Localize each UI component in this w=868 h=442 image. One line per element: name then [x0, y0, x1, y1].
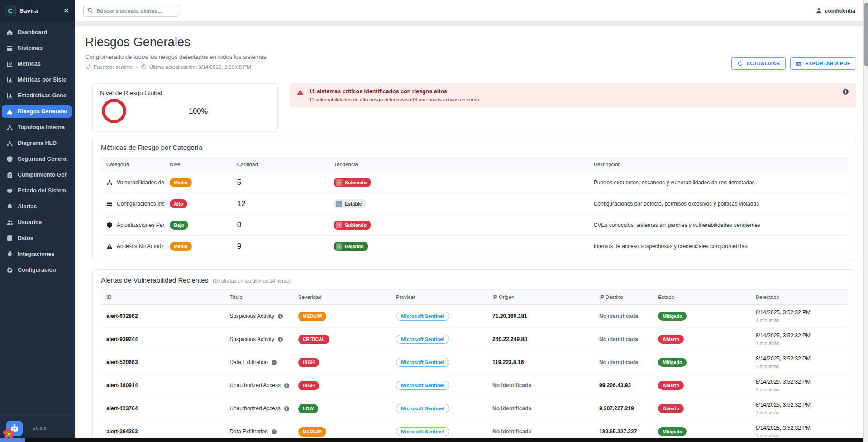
bell-icon	[6, 203, 13, 210]
detected-time: 8/14/2025, 3:52:32 PM	[756, 309, 842, 316]
sidebar-item[interactable]: Métricas	[2, 58, 72, 70]
sidebar-item-label: Configuración	[18, 267, 56, 273]
severity-badge: MEDIUM	[298, 427, 326, 437]
detected-ago: 1 min atrás	[756, 387, 842, 392]
alert-info-icon[interactable]	[271, 360, 277, 365]
page-meta: Fuentes: sentinel • Última actualización…	[85, 64, 266, 70]
user-icon	[816, 7, 822, 14]
alert-title: Unauthorized Access	[229, 405, 281, 412]
alert-id: alert-364303	[106, 428, 138, 435]
sidebar-item-label: Alertas	[18, 203, 37, 210]
horizontal-scrollbar[interactable]	[0, 438, 863, 442]
alerts-header-row: ID Título Severidad Provider IP Origen I…	[101, 290, 848, 305]
sidebar-item-label: Seguridad General	[18, 156, 67, 162]
horizontal-scrollbar-thumb[interactable]	[0, 438, 25, 442]
refresh-icon	[737, 61, 743, 67]
sidebar-item-label: Estado del Sistema	[18, 187, 67, 194]
database-icon	[6, 235, 13, 242]
column-header: Cantidad	[232, 157, 329, 172]
status-badge: Mitigado	[658, 427, 687, 436]
sidebar-item[interactable]: Diagrama HLD	[2, 137, 72, 149]
sidebar-item[interactable]: Usuarios	[2, 216, 72, 229]
status-badge: Abierto	[658, 335, 684, 344]
metrics-table-body: Vulnerabilidades de Red Medio 5 ↗ Subien…	[101, 172, 848, 257]
alert-title: Suspicious Activity	[229, 313, 274, 319]
clock-icon	[141, 64, 147, 70]
column-header: Estado	[653, 290, 750, 305]
column-header: IP Destino	[594, 290, 653, 305]
count-value: 0	[237, 221, 241, 229]
sidebar-item-label: Datos	[18, 235, 33, 241]
trend-up-icon: ↗	[336, 222, 342, 228]
search-icon	[87, 7, 93, 13]
alert-info-icon[interactable]	[284, 406, 290, 412]
alert-info-icon[interactable]	[277, 313, 283, 319]
metric-row: Actualizaciones Pendientes Bajo 0 ↗ Subi…	[101, 215, 848, 236]
alerts-table: ID Título Severidad Provider IP Origen I…	[101, 289, 848, 442]
detected-time: 8/14/2025, 3:52:32 PM	[756, 356, 842, 362]
vertical-scrollbar-thumb[interactable]	[864, 3, 868, 66]
sidebar-close-icon[interactable]: ✕	[62, 7, 71, 14]
sidebar-item-label: Sistemas	[18, 45, 43, 51]
sidebar-item[interactable]: Estadísticas Generales	[2, 89, 72, 102]
trend-badge: ↗ Subiendo	[334, 178, 371, 187]
category-label: Configuraciones Inseguras	[117, 201, 164, 207]
column-header: Nivel	[164, 157, 232, 172]
banner-info-icon[interactable]	[842, 88, 849, 95]
metrics-header-row: Categoría Nivel Cantidad Tendencia Descr…	[101, 157, 848, 172]
alert-info-icon[interactable]	[271, 429, 277, 435]
sidebar-item[interactable]: Métricas por Sistema	[2, 73, 72, 86]
level-badge: Medio	[170, 178, 191, 187]
alert-id: alert-632862	[106, 313, 138, 319]
assistant-button[interactable]	[6, 421, 23, 436]
sidebar-item[interactable]: Sistemas	[2, 42, 72, 54]
sidebar-item[interactable]: Datos	[2, 232, 72, 245]
alert-title: Data Exfiltration	[229, 359, 268, 365]
sidebar-item-label: Integraciones	[18, 251, 54, 257]
trend-up-icon: ↗	[336, 179, 342, 186]
provider-badge: Microsoft Sentinel	[396, 312, 449, 321]
critical-alert-banner: 11 sistemas críticos identificados con r…	[290, 83, 856, 107]
sidebar-item-label: Métricas	[18, 61, 41, 67]
banner-subtitle: 11 vulnerabilidades de alto riesgo detec…	[309, 97, 837, 102]
sidebar-item[interactable]: Estado del Sistema	[2, 184, 72, 197]
search-box	[83, 5, 179, 17]
user-menu[interactable]: comfidentia	[816, 7, 855, 14]
status-badge: Mitigado	[658, 312, 687, 321]
provider-badge: Microsoft Sentinel	[396, 358, 449, 367]
vertical-scrollbar[interactable]	[863, 0, 868, 442]
category-label: Actualizaciones Pendientes	[117, 222, 164, 228]
sidebar-item[interactable]: Topología Interna	[2, 121, 72, 134]
level-badge: Bajo	[170, 221, 188, 230]
sidebar-item[interactable]: Configuración	[2, 264, 72, 276]
trend-label: Estable	[345, 201, 362, 207]
alert-info-icon[interactable]	[277, 336, 283, 342]
page-content: Riesgos Generales Conglomerado de todos …	[75, 26, 868, 442]
main-area: comfidentia Riesgos Generales Conglomera…	[75, 0, 868, 442]
sidebar-item[interactable]: Seguridad General	[2, 153, 72, 165]
alert-id: alert-520663	[106, 359, 138, 365]
sidebar-item[interactable]: Alertas	[2, 200, 72, 213]
sidebar-item[interactable]: Cumplimiento General	[2, 168, 72, 181]
trend-label: Bajando	[345, 244, 363, 249]
provider-badge: Microsoft Sentinel	[396, 427, 449, 436]
sidebar-item[interactable]: Integraciones	[2, 248, 72, 260]
search-input[interactable]	[83, 5, 179, 17]
trend-badge: ↘ Bajando	[334, 242, 367, 251]
chart-line-icon	[6, 61, 13, 67]
detected-time: 8/14/2025, 3:52:32 PM	[756, 402, 842, 408]
alert-id: alert-939244	[106, 336, 138, 342]
metric-row: Accesos No Autorizados Medio 9 ↘ Bajando	[101, 236, 848, 257]
metric-row: Configuraciones Inseguras Alto 12 → Esta…	[101, 193, 848, 215]
alert-title: Suspicious Activity	[229, 336, 274, 342]
refresh-button[interactable]: ACTUALIZAR	[731, 57, 786, 70]
sidebar-item-label: Riesgos Generales	[18, 108, 67, 115]
alert-info-icon[interactable]	[284, 383, 290, 389]
export-pdf-button[interactable]: PDF EXPORTAR A PDF	[790, 57, 856, 70]
users-icon	[6, 219, 13, 226]
metric-row: Vulnerabilidades de Red Medio 5 ↗ Subien…	[101, 172, 848, 193]
sidebar-item[interactable]: Riesgos Generales	[2, 105, 72, 118]
ip-source: 119.223.8.16	[492, 359, 524, 365]
page-header: Riesgos Generales Conglomerado de todos …	[85, 35, 856, 70]
sidebar-item[interactable]: Dashboard	[2, 26, 72, 38]
